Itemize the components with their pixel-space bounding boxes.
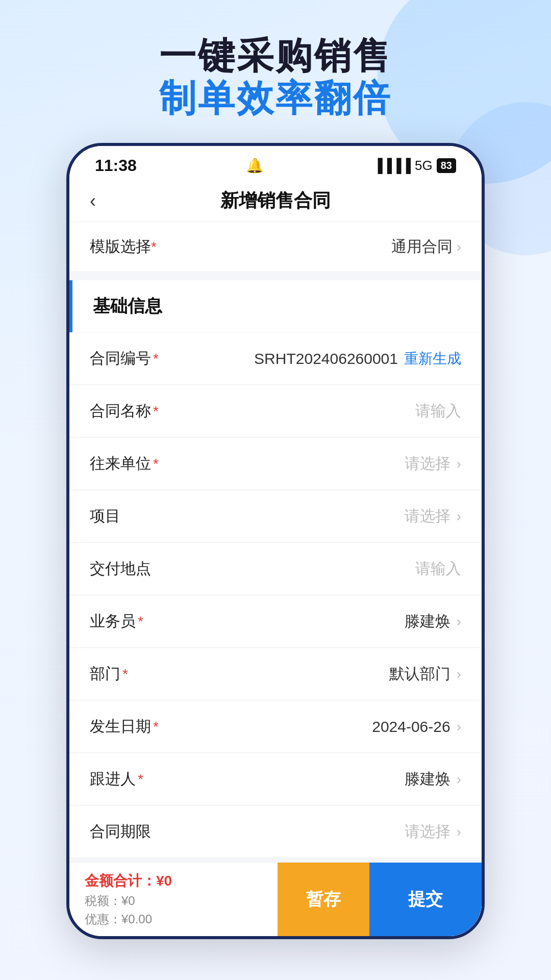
section-title: 基础信息 — [93, 296, 162, 315]
network-type: 5G — [415, 158, 433, 174]
signal-bars: ▐▐▐▐ — [373, 158, 411, 174]
form-row-partner[interactable]: 往来单位*请选择› — [69, 438, 482, 490]
tagline-sub: 制单效率翻倍 — [0, 76, 551, 120]
nav-bar: ‹ 新增销售合同 — [69, 180, 482, 222]
chevron-icon: › — [457, 614, 461, 630]
required-star: * — [153, 719, 159, 735]
label-date: 发生日期* — [90, 716, 182, 737]
template-label: 模版选择* — [90, 236, 157, 257]
label-project: 项目 — [90, 506, 182, 527]
bell-icon: 🔔 — [246, 157, 264, 174]
value-date: 2024-06-26› — [182, 718, 461, 736]
chevron-icon: › — [457, 771, 461, 788]
summary-tax: 税额：¥0 — [85, 893, 262, 909]
placeholder-contract_period: 请选择 — [405, 821, 450, 842]
label-contract_name: 合同名称* — [90, 401, 182, 422]
form-row-contract_period[interactable]: 合同期限请选择› — [69, 806, 482, 858]
required-star: * — [122, 666, 128, 682]
submit-button[interactable]: 提交 — [369, 863, 482, 936]
label-salesperson: 业务员* — [90, 611, 182, 632]
label-department: 部门* — [90, 664, 182, 684]
chevron-icon: › — [457, 824, 461, 840]
form-row-contract_name[interactable]: 合同名称*请输入 — [69, 385, 482, 437]
placeholder-partner: 请选择 — [405, 453, 450, 474]
bottom-summary: 金额合计：¥0 税额：¥0 优惠：¥0.00 — [69, 863, 278, 936]
value-text-date: 2024-06-26 — [372, 718, 450, 736]
value-text-department: 默认部门 — [389, 664, 450, 684]
phone-mockup: 11:38 🔔 ▐▐▐▐ 5G 83 ‹ 新增销售合同 模版选择* 通用合同 ›… — [66, 143, 485, 939]
chevron-icon: › — [457, 719, 461, 735]
value-delivery_location: 请输入 — [182, 558, 461, 579]
save-button[interactable]: 暂存 — [278, 863, 369, 936]
page-title: 新增销售合同 — [120, 188, 431, 213]
required-star: * — [153, 403, 159, 420]
required-star: * — [153, 456, 159, 472]
template-value: 通用合同 › — [391, 236, 461, 257]
value-contract_name: 请输入 — [182, 401, 461, 422]
value-project: 请选择› — [182, 506, 461, 527]
value-department: 默认部门› — [182, 664, 461, 684]
status-bar: 11:38 🔔 ▐▐▐▐ 5G 83 — [69, 146, 482, 180]
value-contract_period: 请选择› — [182, 821, 461, 842]
battery-indicator: 83 — [437, 158, 456, 173]
required-star: * — [138, 614, 143, 630]
status-icons: ▐▐▐▐ 5G 83 — [373, 158, 456, 174]
regenerate-button[interactable]: 重新生成 — [404, 349, 461, 369]
required-star: * — [138, 771, 143, 788]
template-row[interactable]: 模版选择* 通用合同 › — [69, 222, 482, 272]
summary-discount: 优惠：¥0.00 — [85, 911, 262, 927]
form-row-follower[interactable]: 跟进人*滕建焕› — [69, 753, 482, 805]
back-button[interactable]: ‹ — [90, 190, 120, 212]
label-follower: 跟进人* — [90, 769, 182, 790]
form-row-project[interactable]: 项目请选择› — [69, 491, 482, 543]
chevron-icon: › — [457, 239, 461, 255]
section-header: 基础信息 — [69, 280, 482, 332]
value-partner: 请选择› — [182, 453, 461, 474]
required-star: * — [151, 239, 157, 255]
chevron-icon: › — [457, 508, 461, 525]
value-text-follower: 滕建焕 — [405, 769, 450, 790]
status-time: 11:38 — [95, 156, 137, 175]
form-row-date[interactable]: 发生日期*2024-06-26› — [69, 701, 482, 753]
chevron-icon: › — [457, 456, 461, 472]
placeholder-delivery_location: 请输入 — [415, 558, 461, 579]
form-container: 模版选择* 通用合同 › 基础信息 合同编号*SRHT202406260001重… — [69, 222, 482, 910]
form-fields-container: 合同编号*SRHT202406260001重新生成合同名称*请输入往来单位*请选… — [69, 333, 482, 858]
value-follower: 滕建焕› — [182, 769, 461, 790]
contract-number-text: SRHT202406260001 — [254, 350, 398, 368]
label-delivery_location: 交付地点 — [90, 558, 182, 579]
form-row-contract_number[interactable]: 合同编号*SRHT202406260001重新生成 — [69, 333, 482, 385]
label-contract_number: 合同编号* — [90, 348, 182, 369]
form-row-department[interactable]: 部门*默认部门› — [69, 648, 482, 700]
chevron-icon: › — [457, 666, 461, 682]
form-row-delivery_location[interactable]: 交付地点请输入 — [69, 543, 482, 595]
summary-total: 金额合计：¥0 — [85, 871, 262, 891]
placeholder-project: 请选择 — [405, 506, 450, 527]
value-salesperson: 滕建焕› — [182, 611, 461, 632]
form-row-salesperson[interactable]: 业务员*滕建焕› — [69, 596, 482, 648]
label-partner: 往来单位* — [90, 453, 182, 474]
tagline-main: 一键采购销售 — [0, 36, 551, 76]
placeholder-contract_name: 请输入 — [415, 401, 461, 422]
value-contract_number: SRHT202406260001重新生成 — [182, 349, 461, 369]
label-contract_period: 合同期限 — [90, 821, 182, 842]
bottom-bar: 金额合计：¥0 税额：¥0 优惠：¥0.00 暂存 提交 — [69, 862, 482, 936]
required-star: * — [153, 351, 159, 367]
value-text-salesperson: 滕建焕 — [405, 611, 450, 632]
